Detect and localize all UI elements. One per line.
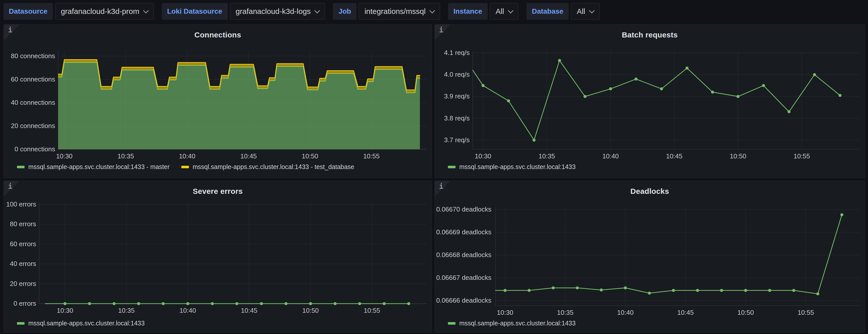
filter-group-instance: Instance All	[448, 3, 519, 20]
filter-group-datasource: Datasource grafanacloud-k3d-prom	[4, 3, 154, 20]
x-axis-tick-label: 10:30	[56, 152, 72, 160]
loki-datasource-select[interactable]: grafanacloud-k3d-logs	[230, 3, 325, 20]
filter-group-database: Database All	[527, 3, 600, 20]
y-axis-tick-label: 4.1 req/s	[444, 49, 470, 57]
panel-severe-errors: i Severe errors mssql.sample-apps.svc.cl…	[4, 181, 432, 332]
y-axis-tick-label: 0 connections	[15, 145, 55, 153]
job-label: Job	[333, 3, 356, 20]
legend-swatch-green	[448, 322, 456, 325]
y-axis-tick-label: 4.0 req/s	[444, 70, 470, 79]
x-axis-tick-label: 10:40	[617, 309, 633, 316]
loki-datasource-value: grafanacloud-k3d-logs	[236, 7, 311, 16]
x-axis-tick-label: 10:45	[241, 307, 257, 314]
legend: mssql.sample-apps.svc.cluster.local:1433	[17, 320, 145, 327]
y-axis-tick-label: 3.8 req/s	[444, 114, 470, 122]
panel-batch-requests: i Batch requests mssql.sample-apps.svc.c…	[435, 24, 865, 178]
x-axis-tick-label: 10:40	[180, 307, 196, 314]
x-axis-tick-label: 10:30	[475, 152, 491, 160]
y-axis-tick-label: 80 errors	[10, 220, 36, 228]
x-axis-tick-label: 10:35	[118, 307, 134, 314]
chevron-down-icon	[429, 8, 435, 14]
x-axis-tick-label: 10:50	[738, 309, 754, 316]
x-axis-tick-label: 10:45	[677, 309, 694, 316]
y-axis-tick-label: 3.9 req/s	[444, 92, 470, 100]
legend-swatch-yellow	[181, 166, 189, 168]
y-axis-tick-label: 0.06666 deadlocks	[436, 297, 491, 304]
panel-deadlocks: i Deadlocks mssql.sample-apps.svc.cluste…	[435, 181, 865, 332]
legend-swatch-green	[448, 166, 456, 168]
x-axis-tick-label: 10:45	[240, 152, 257, 160]
panel-title[interactable]: Batch requests	[435, 31, 865, 39]
database-label: Database	[527, 3, 569, 20]
legend-item[interactable]: mssql.sample-apps.svc.cluster.local:1433	[448, 320, 576, 327]
x-axis-tick-label: 10:50	[302, 307, 319, 314]
filter-group-job: Job integrations/mssql	[333, 3, 440, 20]
panel-title[interactable]: Severe errors	[4, 187, 432, 195]
y-axis-tick-label: 60 errors	[10, 240, 36, 248]
chevron-down-icon	[314, 8, 320, 14]
y-axis-tick-label: 0 errors	[13, 300, 36, 307]
x-axis-tick-label: 10:35	[538, 152, 555, 160]
y-axis-tick-label: 20 connections	[11, 122, 55, 130]
legend-label: mssql.sample-apps.svc.cluster.local:1433	[459, 320, 576, 327]
instance-value: All	[496, 7, 504, 16]
chevron-down-icon	[589, 8, 595, 14]
job-value: integrations/mssql	[365, 7, 426, 16]
legend-label: mssql.sample-apps.svc.cluster.local:1433…	[28, 163, 170, 171]
x-axis-tick-label: 10:55	[798, 309, 814, 316]
chevron-down-icon	[143, 8, 149, 14]
y-axis-tick-label: 3.7 req/s	[444, 136, 470, 144]
legend-item[interactable]: mssql.sample-apps.svc.cluster.local:1433	[17, 320, 145, 327]
y-axis-tick-label: 20 errors	[10, 280, 36, 287]
x-axis-tick-label: 10:35	[118, 152, 134, 160]
legend-item[interactable]: mssql.sample-apps.svc.cluster.local:1433	[448, 163, 576, 171]
y-axis-tick-label: 0.06669 deadlocks	[436, 228, 491, 236]
database-select[interactable]: All	[571, 3, 599, 20]
x-axis-tick-label: 10:30	[57, 307, 73, 314]
instance-select[interactable]: All	[490, 3, 519, 20]
legend-swatch-green	[17, 322, 25, 325]
datasource-select[interactable]: grafanacloud-k3d-prom	[55, 3, 154, 20]
loki-datasource-label: Loki Datasource	[162, 3, 228, 20]
panel-connections: i Connections mssql.sample-apps.svc.clus…	[4, 24, 432, 178]
y-axis-tick-label: 100 errors	[6, 201, 36, 208]
y-axis-tick-label: 0.06667 deadlocks	[436, 274, 491, 282]
dashboard-variables-toolbar: Datasource grafanacloud-k3d-prom Loki Da…	[4, 3, 600, 20]
x-axis-tick-label: 10:55	[794, 152, 810, 160]
y-axis-tick-label: 40 connections	[11, 99, 55, 107]
panel-title[interactable]: Deadlocks	[435, 187, 865, 195]
y-axis-tick-label: 0.06668 deadlocks	[436, 251, 491, 259]
grafana-dashboard: Datasource grafanacloud-k3d-prom Loki Da…	[0, 0, 868, 334]
y-axis-tick-label: 40 errors	[10, 260, 36, 268]
y-axis-tick-label: 60 connections	[11, 75, 55, 83]
x-axis-tick-label: 10:40	[179, 152, 195, 160]
x-axis-tick-label: 10:45	[666, 152, 682, 160]
datasource-label: Datasource	[4, 3, 53, 20]
legend: mssql.sample-apps.svc.cluster.local:1433	[448, 320, 576, 327]
legend-label: mssql.sample-apps.svc.cluster.local:1433…	[193, 163, 354, 171]
legend-item[interactable]: mssql.sample-apps.svc.cluster.local:1433…	[181, 163, 354, 171]
x-axis-tick-label: 10:50	[302, 152, 318, 160]
x-axis-tick-label: 10:55	[364, 307, 380, 314]
x-axis-tick-label: 10:30	[497, 309, 513, 316]
legend-label: mssql.sample-apps.svc.cluster.local:1433	[459, 163, 576, 171]
x-axis-tick-label: 10:35	[557, 309, 574, 316]
y-axis-tick-label: 0.06670 deadlocks	[436, 206, 491, 213]
x-axis-tick-label: 10:55	[363, 152, 380, 160]
chevron-down-icon	[508, 8, 514, 14]
legend-item[interactable]: mssql.sample-apps.svc.cluster.local:1433…	[17, 163, 170, 171]
datasource-value: grafanacloud-k3d-prom	[61, 7, 140, 16]
legend: mssql.sample-apps.svc.cluster.local:1433	[448, 163, 576, 171]
panel-title[interactable]: Connections	[4, 31, 432, 39]
instance-label: Instance	[448, 3, 488, 20]
filter-group-loki-datasource: Loki Datasource grafanacloud-k3d-logs	[162, 3, 325, 20]
y-axis-tick-label: 80 connections	[11, 52, 55, 60]
database-value: All	[577, 7, 585, 16]
legend-swatch-green	[17, 166, 25, 168]
legend: mssql.sample-apps.svc.cluster.local:1433…	[17, 163, 354, 171]
x-axis-tick-label: 10:40	[602, 152, 619, 160]
legend-label: mssql.sample-apps.svc.cluster.local:1433	[28, 320, 145, 327]
x-axis-tick-label: 10:50	[730, 152, 746, 160]
job-select[interactable]: integrations/mssql	[359, 3, 440, 20]
